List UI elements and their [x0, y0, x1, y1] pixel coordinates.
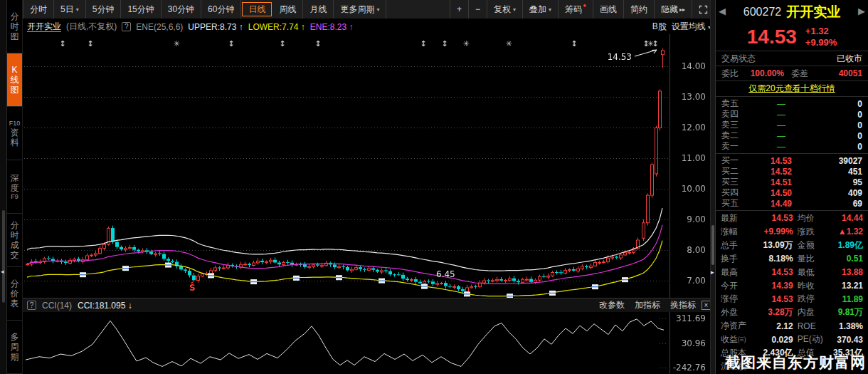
chevron-down-icon: ▾ [376, 6, 379, 13]
period-tab-5日[interactable]: 5日▾ [54, 0, 86, 19]
period-tabs: 分时5日▾5分钟15分钟30分钟60分钟日线周线月线更多周期▾ [23, 0, 386, 19]
left-scrollbar-thumb[interactable] [2, 210, 5, 303]
main-chart-area: 分时5日▾5分钟15分钟30分钟60分钟日线周线月线更多周期▾ +−复权▾叠加▾… [23, 0, 715, 374]
sidebar-item-分时成交[interactable]: 分时成交 [7, 214, 22, 267]
kline-canvas[interactable] [23, 34, 715, 298]
ask-levels: 卖五—0卖四—0卖三—0卖二—0卖一—0 [716, 96, 868, 153]
ene-mid-value: ENE:8.23 ↑ [310, 22, 354, 32]
bid-levels: 买一14.5339027买二14.52451买三14.5195买四14.5040… [716, 153, 868, 210]
sidebar-item-K线图[interactable]: K线图 [7, 53, 22, 107]
last-price: 14.53 [747, 26, 797, 48]
cci-actions: 改参数加指标换指标 [599, 299, 696, 311]
ask-row: 卖二—0 [721, 130, 862, 141]
ask-row: 卖四—0 [721, 109, 862, 120]
stat-row: 涨停14.53跌停11.89 [721, 293, 863, 306]
period-tab-更多周期[interactable]: 更多周期▾ [334, 0, 386, 19]
sidebar-item-多周期[interactable]: 多周期 [7, 321, 22, 374]
quote-panel: ◀ 600272 开开实业 ▶ 14.53 +1.32+9.99% 交易状态 已… [715, 0, 868, 374]
cci-current-value: CCI:181.095 ↓ [78, 301, 132, 311]
weibi-label: 委比 [721, 68, 739, 80]
tool-简约[interactable]: 简约 [624, 0, 655, 19]
period-tab-30分钟[interactable]: 30分钟 [162, 0, 201, 19]
period-tab-日线[interactable]: 日线 [242, 2, 272, 16]
tool-画线[interactable]: 画线 [593, 0, 624, 19]
tool-隐藏[interactable]: 隐藏▸▸ [655, 0, 692, 19]
weicha-value: 40051 [808, 68, 862, 78]
cci-action-加指标[interactable]: 加指标 [635, 299, 660, 311]
sidebar-item-F10资料[interactable]: F10资料 [7, 107, 22, 160]
tool-复权[interactable]: 复权▾ [487, 0, 523, 19]
next-stock-icon[interactable]: ▶ [858, 6, 865, 16]
stat-row: 流通股 [721, 360, 863, 373]
stat-row: 涨幅+9.99%涨跌▲1.32 [721, 225, 863, 239]
panel-divider-strip[interactable]: ▸ [710, 0, 715, 374]
price-change: +1.32+9.99% [805, 26, 837, 48]
commission-ratio-row: 委比 100.00% 委差 40051 [716, 66, 868, 80]
ask-row: 卖一—0 [721, 141, 862, 152]
tool-+[interactable]: + [450, 0, 469, 19]
period-tab-15分钟[interactable]: 15分钟 [121, 0, 161, 19]
ene-lower-value: LOWER:7.74 ↑ [248, 22, 305, 32]
stat-row: 总股本2.430亿总值35.31亿 [721, 346, 863, 360]
tool-叠加[interactable]: 叠加▾ [523, 0, 559, 19]
stock-name: 开开实业 [786, 3, 840, 21]
trade-status-value: 已收市 [837, 53, 862, 65]
collapse-right-icon[interactable]: ▸ [711, 269, 714, 276]
ma-settings-button[interactable]: 设置均线 ▾ [672, 21, 711, 33]
trade-status-row: 交易状态 已收市 [716, 51, 868, 66]
cci-action-改参数[interactable]: 改参数 [599, 299, 625, 311]
stat-row: 净资产2.12ROE1.38% [721, 319, 863, 333]
left-collapse-strip[interactable]: ◂ [0, 0, 7, 374]
red-dot-badge: ● [583, 2, 586, 9]
weibi-value: 100.00% [739, 68, 784, 78]
cci-header: ? CCI(14) CCI:181.095 ↓ 改参数加指标换指标 × [23, 298, 715, 312]
chart-mode-label: (日线,不复权) [66, 21, 117, 33]
bid-row: 买三14.5195 [721, 177, 862, 187]
up-arrow-icon: ↑ [301, 22, 305, 32]
tool-筹码[interactable]: 筹码● [559, 0, 593, 19]
stat-row: 最新14.53均价14.44 [721, 212, 863, 225]
weicha-label: 委差 [791, 68, 808, 80]
period-tab-分时[interactable]: 分时 [23, 0, 54, 19]
period-tab-周线[interactable]: 周线 [272, 0, 303, 19]
stat-row: 换手8.18%量比0.51 [721, 252, 863, 266]
up-arrow-icon: ↑ [349, 22, 354, 32]
stat-row: 最高14.53最低13.88 [721, 266, 863, 279]
divider-scrollbar-thumb[interactable] [711, 225, 714, 265]
fullscreen-icon [699, 5, 708, 14]
chart-stock-name[interactable]: 开开实业 [27, 22, 61, 32]
sidebar-item-分价表[interactable]: 分价表 [7, 267, 22, 321]
toolbar: 分时5日▾5分钟15分钟30分钟60分钟日线周线月线更多周期▾ +−复权▾叠加▾… [23, 0, 715, 19]
stock-chart-window: ◂ 分时图K线图F10资料深度F9分时成交分价表多周期 分时5日▾5分钟15分钟… [0, 0, 868, 374]
b-share-button[interactable]: B股 [652, 21, 667, 33]
period-tab-5分钟[interactable]: 5分钟 [86, 0, 122, 19]
sidebar-item-分时图[interactable]: 分时图 [7, 0, 22, 53]
bid-row: 买一14.5339027 [721, 155, 862, 166]
bid-row: 买四14.50409 [721, 187, 862, 198]
ene-upper-value: UPPER:8.73 ↑ [188, 22, 243, 32]
stat-row: 总手13.09万金额1.89亿 [721, 239, 863, 252]
prev-stock-icon[interactable]: ◀ [719, 6, 726, 16]
period-tab-60分钟[interactable]: 60分钟 [201, 0, 241, 19]
cci-canvas[interactable] [23, 312, 715, 374]
stock-code: 600272 [743, 6, 781, 19]
quote-header: ◀ 600272 开开实业 ▶ 14.53 +1.32+9.99% [716, 0, 868, 51]
up-arrow-icon: ↑ [239, 22, 243, 32]
trade-status-label: 交易状态 [721, 53, 756, 65]
collapse-left-icon[interactable]: ◂ [1, 269, 4, 275]
cci-help-icon[interactable]: ? [27, 301, 36, 310]
level2-promo-link[interactable]: 仅需20元查看十档行情 [748, 83, 835, 95]
chevron-down-icon: ▾ [549, 6, 551, 13]
chart-header: 开开实业 (日线,不复权) ? ENE(25,6,6) UPPER:8.73 ↑… [23, 19, 715, 34]
sidebar-item-深度F9[interactable]: 深度F9 [7, 160, 22, 214]
indicator-help-icon[interactable]: ? [122, 22, 131, 31]
chevron-down-icon: ▾ [76, 6, 79, 13]
cci-action-换指标[interactable]: 换指标 [670, 299, 696, 311]
ask-row: 卖三—0 [721, 120, 862, 130]
tool-−[interactable]: − [469, 0, 487, 19]
stat-row: 收益㈢0.029PE(动)370.43 [721, 333, 863, 346]
bid-row: 买二14.52451 [721, 166, 862, 177]
chevron-down-icon: ▾ [513, 6, 516, 13]
bid-row: 买五14.4969 [721, 198, 862, 209]
period-tab-月线[interactable]: 月线 [303, 0, 334, 19]
